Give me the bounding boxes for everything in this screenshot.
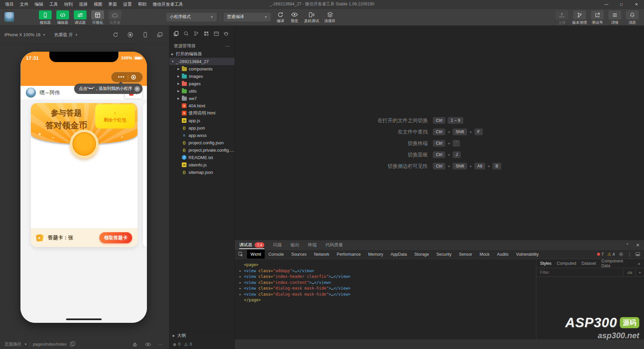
toggle-class-button[interactable]: .cls [623, 268, 635, 277]
action-button-device[interactable]: 真机调试 [304, 11, 319, 23]
devtools-tab-console[interactable]: Console [265, 250, 287, 259]
tree-item[interactable]: ≡app.wxss [169, 132, 234, 139]
wxml-view-node[interactable]: ▶<view class="index-content">…</view> [239, 280, 536, 286]
window-icon[interactable] [213, 31, 219, 37]
styles-tab-styles[interactable]: Styles [540, 261, 551, 266]
devtools-tab-audits[interactable]: Audits [493, 250, 513, 259]
filter-input[interactable]: Filter [536, 268, 623, 277]
devtools-tab-network[interactable]: Network [310, 250, 333, 259]
menu-item-5[interactable]: 选择 [76, 0, 91, 8]
wxml-view-node[interactable]: ▶<view class="index-header clearfix">…</… [239, 274, 536, 280]
project-button-bell[interactable]: 消息 [625, 10, 639, 25]
page-path-label[interactable]: 页面路径 [5, 342, 21, 347]
tree-item[interactable]: ▶components [169, 65, 234, 72]
view-button-cloud[interactable]: 云开发 [108, 10, 122, 25]
view-button-debug[interactable]: 调试器 [73, 10, 87, 25]
console-warning-count[interactable]: 4 [612, 252, 615, 257]
view-button-layout[interactable]: 可视化 [91, 10, 105, 25]
tree-item[interactable]: ▶images [169, 72, 234, 80]
tree-item[interactable]: ▶打开的编辑器 [169, 50, 234, 58]
console-error-count[interactable]: 7 [601, 252, 604, 257]
project-button-branch[interactable]: 版本管理 [572, 10, 587, 25]
menu-item-9[interactable]: 帮助 [135, 0, 150, 8]
device-select[interactable]: iPhone X 100% 16 ▼ [4, 32, 46, 37]
maximize-button[interactable]: □ [614, 0, 629, 8]
menu-item-7[interactable]: 界面 [105, 0, 120, 8]
action-button-clean[interactable]: 清缓存 [324, 11, 335, 23]
panel-tab-item[interactable]: 问题 [273, 241, 282, 249]
device-frame-icon[interactable] [142, 32, 148, 38]
tree-item[interactable]: ▶pages [169, 80, 234, 87]
styles-tab-component-data[interactable]: Component Data [601, 259, 633, 268]
view-button-code[interactable]: 编辑器 [56, 10, 70, 25]
mode-select[interactable]: 小程序模式 ▼ [166, 13, 217, 21]
new-style-rule-button[interactable]: + [635, 268, 644, 277]
tree-item[interactable]: {}app.json [169, 124, 234, 132]
close-target-icon[interactable] [131, 75, 136, 80]
action-button-refresh[interactable]: 编译 [276, 11, 285, 23]
wxml-view-node[interactable]: ▶<view class="addapp">…</view> [239, 268, 536, 274]
tree-item[interactable]: {}sitemap.json [169, 168, 234, 176]
devtools-tab-memory[interactable]: Memory [364, 250, 387, 259]
files-icon[interactable] [173, 31, 179, 37]
tree-item[interactable]: 5使用说明.html [169, 109, 234, 117]
tree-item[interactable]: ▶utils [169, 87, 234, 95]
menu-item-8[interactable]: 设置 [120, 0, 135, 8]
menu-item-10[interactable]: 微信开发者工具 [150, 0, 186, 8]
panel-tab-active[interactable]: 调试器7,4 [239, 241, 264, 249]
bug-icon[interactable] [132, 342, 138, 347]
wxml-view-node[interactable]: ▶<view class="dialog-mask mask-hide">…</… [239, 286, 536, 292]
menu-item-0[interactable]: 项目 [2, 0, 17, 8]
record-icon[interactable] [127, 32, 133, 38]
tree-item[interactable]: ▶we7 [169, 95, 234, 102]
tree-item[interactable]: {}project.private.config.json [169, 146, 234, 154]
panel-tab-item[interactable]: 代码质量 [325, 241, 343, 249]
menu-item-3[interactable]: 工具 [46, 0, 61, 8]
menu-item-6[interactable]: 视图 [91, 0, 105, 8]
wxml-root-node[interactable]: </page> [239, 297, 536, 303]
devtools-tab-security[interactable]: Security [433, 250, 455, 259]
devtools-tab-wxml[interactable]: Wxml [247, 250, 265, 259]
devtools-tab-appdata[interactable]: AppData [387, 250, 411, 259]
eye-icon[interactable] [145, 342, 151, 347]
outline-section[interactable]: ▶ 大纲 [169, 332, 234, 340]
user-avatar[interactable] [4, 12, 14, 22]
project-button-external[interactable]: 测试号 [590, 10, 604, 25]
problems-counter[interactable]: ⊗ 0 ⚠ 0 [169, 340, 234, 349]
devtools-tab-storage[interactable]: Storage [411, 250, 433, 259]
multi-window-icon[interactable] [157, 32, 163, 38]
tree-item[interactable]: JSapp.js [169, 117, 234, 124]
project-button-lines[interactable]: 详情 [608, 10, 622, 25]
more-dots-icon[interactable]: ⋯ [225, 43, 230, 49]
devtools-tab-mock[interactable]: Mock [476, 250, 493, 259]
gear-icon[interactable] [619, 252, 624, 257]
tree-item[interactable]: 5404.html [169, 102, 234, 109]
search-icon[interactable] [183, 31, 189, 37]
wxml-root-node[interactable]: <page> [239, 262, 536, 268]
tree-item[interactable]: iREADME.txt [169, 154, 234, 161]
view-button-phone[interactable]: 模拟器 [38, 10, 52, 25]
devtools-tab-sensor[interactable]: Sensor [455, 250, 476, 259]
miniprogram-capsule[interactable]: ••• [111, 72, 143, 83]
compile-select[interactable]: 普通编译 ▼ [224, 13, 271, 21]
tree-item[interactable]: JSsiteinfo.js [169, 161, 234, 168]
claim-answer-card-button[interactable]: 领取答题卡 [99, 232, 132, 243]
extensions-icon[interactable] [203, 31, 209, 37]
collapse-panel-icon[interactable]: ⌃ [626, 243, 629, 248]
panel-tab-item[interactable]: 终端 [308, 241, 317, 249]
restart-icon[interactable] [113, 32, 118, 38]
hot-reload-select[interactable]: 热重载 开 ▼ [54, 32, 78, 38]
panel-tab-item[interactable]: 输出 [290, 241, 299, 249]
close-button[interactable]: ✕ [629, 0, 644, 8]
devtools-tab-sources[interactable]: Sources [287, 250, 310, 259]
tooltip-close-icon[interactable]: ✕ [135, 86, 140, 92]
inspect-element-icon[interactable] [235, 250, 247, 259]
tree-item[interactable]: ▼_-269213684_27 [169, 58, 234, 65]
copy-icon[interactable] [70, 342, 73, 346]
menu-item-1[interactable]: 文件 [17, 0, 32, 8]
devtools-tab-performance[interactable]: Performance [333, 250, 365, 259]
styles-tab-computed[interactable]: Computed [557, 261, 576, 266]
teapot-icon[interactable] [223, 31, 229, 37]
menu-item-2[interactable]: 编辑 [32, 0, 46, 8]
styles-tab-dataset[interactable]: Dataset [582, 261, 596, 266]
